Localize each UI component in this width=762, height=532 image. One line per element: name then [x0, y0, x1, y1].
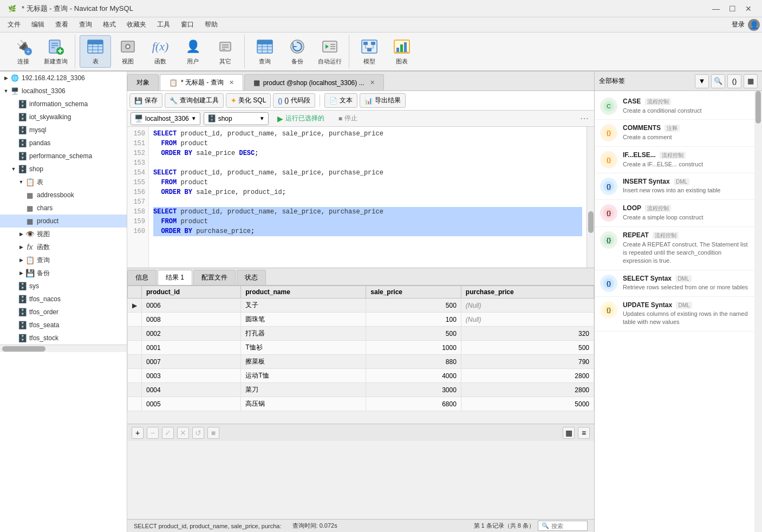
- sidebar-table-chars[interactable]: ▦ chars: [0, 202, 127, 215]
- sidebar-db-tfos-nacos[interactable]: 🗄️ tfos_nacos: [0, 293, 127, 306]
- sidebar-db-mysql[interactable]: 🗄️ mysql: [0, 124, 127, 137]
- maximize-button[interactable]: ☐: [725, 3, 739, 14]
- other-button[interactable]: 其它: [210, 35, 241, 68]
- tab-query-close[interactable]: ✕: [229, 79, 234, 86]
- beautify-button[interactable]: ✦ 美化 SQL: [226, 93, 271, 108]
- sidebar-scrollbar[interactable]: [0, 345, 127, 352]
- menu-format[interactable]: 格式: [97, 18, 121, 31]
- query-button[interactable]: 查询: [249, 35, 281, 68]
- tab-query[interactable]: 📋 * 无标题 - 查询 ✕: [160, 74, 243, 90]
- sidebar-item-server1[interactable]: ▶ 🌐 192.168.42.128_3306: [0, 72, 127, 85]
- sidebar-table-product[interactable]: ▦ product: [0, 215, 127, 228]
- results-tab-result1[interactable]: 结果 1: [158, 270, 192, 285]
- snippet-comments[interactable]: {} COMMENTS 注释 Create a comment: [595, 120, 754, 146]
- sidebar-db-tfos-stock[interactable]: 🗄️ tfos_stock: [0, 332, 127, 345]
- save-button[interactable]: 💾 保存: [129, 93, 162, 108]
- add-row-button[interactable]: +: [132, 427, 144, 439]
- sidebar-db-tfos-seata[interactable]: 🗄️ tfos_seata: [0, 319, 127, 332]
- panel-table-button[interactable]: ▦: [744, 74, 758, 88]
- run-button[interactable]: ▶ 运行已选择的: [272, 112, 330, 125]
- new-query-button[interactable]: 新建查询: [40, 35, 71, 68]
- model-button[interactable]: 模型: [354, 35, 385, 68]
- snippet-repeat[interactable]: {} REPEAT 流程控制 Create A REPEAT construct…: [595, 227, 754, 270]
- grid-view-button[interactable]: ▦: [563, 427, 575, 439]
- sidebar-db-tfos-order[interactable]: 🗄️ tfos_order: [0, 306, 127, 319]
- stop-loading-button[interactable]: ■: [207, 427, 219, 439]
- panel-paren-button[interactable]: (): [727, 74, 741, 88]
- status-right: 第 1 条记录（共 8 条） 🔍: [474, 521, 588, 531]
- selector-more[interactable]: ⋯: [578, 111, 591, 126]
- export-button[interactable]: 📊 导出结果: [360, 93, 406, 108]
- snippet-select[interactable]: {} SELECT Syntax DML Retrieve rows selec…: [595, 270, 754, 297]
- sidebar-folder-tables[interactable]: ▼ 📋 表: [0, 176, 127, 189]
- sidebar-folder-backup[interactable]: ▶ 💾 备份: [0, 267, 127, 280]
- sidebar-table-addressbook[interactable]: ▦ addressbook: [0, 189, 127, 202]
- tab-object[interactable]: 对象: [127, 74, 159, 90]
- sidebar-db-iot[interactable]: 🗄️ iot_skywalking: [0, 111, 127, 124]
- results-table-wrap[interactable]: product_id product_name sale_price purch…: [127, 286, 594, 424]
- stop-button[interactable]: ■ 停止: [333, 112, 363, 125]
- search-box[interactable]: 🔍: [538, 521, 588, 531]
- menu-query[interactable]: 查询: [74, 18, 97, 31]
- login-area[interactable]: 登录 👤: [732, 19, 760, 31]
- query-builder-button[interactable]: 🔧 查询创建工具: [165, 93, 224, 108]
- sidebar-folder-views[interactable]: ▶ 👁️ 视图: [0, 228, 127, 241]
- connect-button[interactable]: 🔌 + 连接: [8, 35, 39, 68]
- snippet-ifelse[interactable]: {} IF...ELSE... 流程控制 Create a IF...ELSE.…: [595, 147, 754, 173]
- login-label[interactable]: 登录: [732, 20, 745, 29]
- sidebar-db-information-schema[interactable]: 🗄️ information_schema: [0, 98, 127, 111]
- table-button[interactable]: 表: [80, 35, 111, 68]
- cancel-edit-button[interactable]: ✕: [177, 427, 189, 439]
- function-button[interactable]: f(x) 函数: [145, 35, 176, 68]
- delete-row-button[interactable]: −: [147, 427, 159, 439]
- confirm-button[interactable]: ✓: [162, 427, 174, 439]
- db-selector[interactable]: 🗄️ shop ▼: [204, 112, 269, 125]
- chart-button[interactable]: 图表: [386, 35, 418, 68]
- menu-view[interactable]: 查看: [50, 18, 74, 31]
- close-button[interactable]: ✕: [741, 3, 756, 14]
- results-tab-profile[interactable]: 配置文件: [193, 270, 236, 285]
- sidebar-item-localhost[interactable]: ▼ 🖥️ localhost_3306: [0, 85, 127, 98]
- menu-favorites[interactable]: 收藏夹: [121, 18, 152, 31]
- autorun-button[interactable]: 自动运行: [314, 35, 346, 68]
- results-tab-status[interactable]: 状态: [237, 270, 266, 285]
- backup-button[interactable]: 备份: [282, 35, 313, 68]
- sql-editor[interactable]: 150 151 152 153 154 155 156 157 158 159 …: [127, 127, 594, 268]
- snippet-loop[interactable]: {} LOOP 流程控制 Create a simple loop constr…: [595, 200, 754, 226]
- view-button[interactable]: 视图: [112, 35, 144, 68]
- sidebar-db-pandas[interactable]: 🗄️ pandas: [0, 137, 127, 150]
- refresh-button[interactable]: ↺: [192, 427, 204, 439]
- snippet-update[interactable]: {} UPDATE Syntax DML Updates columns of …: [595, 297, 754, 332]
- menu-edit[interactable]: 编辑: [26, 18, 50, 31]
- tab-product-close[interactable]: ✕: [370, 79, 375, 86]
- form-view-button[interactable]: ≡: [578, 427, 590, 439]
- search-input[interactable]: [551, 523, 584, 529]
- text-button[interactable]: 📄 文本: [324, 93, 357, 108]
- editor-scrollbar[interactable]: [587, 127, 594, 268]
- sidebar-db-shop[interactable]: ▼ 🗄️ shop: [0, 163, 127, 176]
- user-avatar[interactable]: 👤: [748, 19, 760, 31]
- panel-dropdown-button[interactable]: ▼: [695, 74, 709, 88]
- menu-tools[interactable]: 工具: [152, 18, 175, 31]
- panel-search-button[interactable]: 🔍: [711, 74, 725, 88]
- minimize-button[interactable]: —: [709, 3, 723, 14]
- menu-help[interactable]: 帮助: [199, 18, 223, 31]
- menu-file[interactable]: 文件: [2, 18, 26, 31]
- snippet-insert[interactable]: {} INSERT Syntax DML Insert new rows int…: [595, 173, 754, 200]
- sidebar-folder-functions[interactable]: ▶ fx 函数: [0, 241, 127, 254]
- sidebar-db-performance[interactable]: 🗄️ performance_schema: [0, 150, 127, 163]
- code-segment-button[interactable]: () () 代码段: [273, 93, 315, 108]
- sql-line-160: ORDER BY purchase_price;: [153, 226, 582, 236]
- sidebar-db-sys[interactable]: 🗄️ sys: [0, 280, 127, 293]
- snippet-case[interactable]: C CASE 流程控制 Create a conditional constru…: [595, 93, 754, 120]
- menu-window[interactable]: 窗口: [175, 18, 199, 31]
- connection-selector[interactable]: 🖥️ localhost_3306 ▼: [131, 112, 200, 125]
- sidebar-folder-query[interactable]: ▶ 📋 查询: [0, 254, 127, 267]
- sql-content[interactable]: SELECT product_id, product_name, sale_pr…: [149, 127, 587, 268]
- tab-product[interactable]: ▦ product @shop (localhost_3306) ... ✕: [244, 74, 384, 90]
- results-tab-info[interactable]: 信息: [127, 270, 157, 285]
- new-query-icon: [47, 38, 64, 55]
- window-controls[interactable]: — ☐ ✕: [709, 3, 756, 14]
- right-panel-scrollbar[interactable]: [754, 91, 762, 532]
- user-button[interactable]: 👤 用户: [177, 35, 209, 68]
